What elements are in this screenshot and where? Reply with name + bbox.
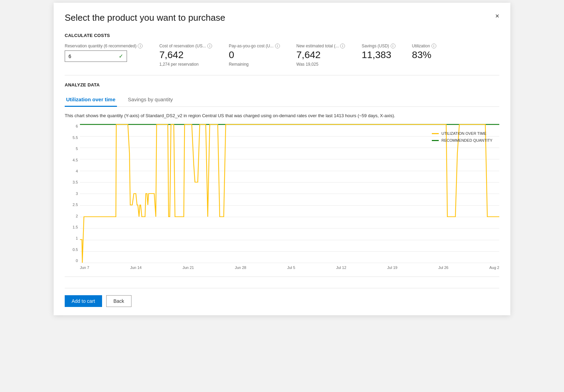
new-estimated-value: 7,642	[297, 50, 345, 60]
analyze-section-title: Analyze data	[65, 82, 499, 87]
y-label-45: 4.5	[73, 158, 78, 162]
x-label-jul19: Jul 19	[387, 265, 397, 270]
y-label-3: 3	[76, 192, 78, 196]
utilization-info-icon[interactable]: i	[431, 44, 436, 48]
add-to-cart-button[interactable]: Add to cart	[65, 295, 102, 307]
legend-utilization-line	[432, 133, 439, 134]
y-label-4: 4	[76, 169, 78, 173]
new-estimated-label: New estimated total (... i	[297, 44, 345, 48]
x-label-jul26: Jul 26	[438, 265, 448, 270]
y-label-5: 5	[76, 147, 78, 151]
utilization-label: Utilization i	[412, 44, 436, 48]
y-label-15: 1.5	[73, 225, 78, 229]
cost-reservation-value: 7,642	[159, 50, 212, 60]
utilization-line	[80, 124, 499, 263]
dialog-title: Select the product you want to purchase	[65, 12, 499, 23]
chart-description: This chart shows the quantity (Y-axis) o…	[65, 112, 499, 119]
utilization-field: Utilization i 83%	[412, 44, 436, 60]
paygo-info-icon[interactable]: i	[275, 44, 280, 48]
close-button[interactable]: ×	[492, 11, 502, 21]
divider-1	[65, 75, 499, 75]
x-label-jun28: Jun 28	[235, 265, 246, 270]
x-axis: Jun 7 Jun 14 Jun 21 Jun 28 Jul 5 Jul 12 …	[80, 265, 499, 270]
tab-savings[interactable]: Savings by quantity	[127, 93, 174, 107]
savings-info-icon[interactable]: i	[391, 44, 395, 48]
footer-buttons: Add to cart Back	[65, 288, 499, 307]
cost-reservation-info-icon[interactable]: i	[207, 44, 212, 48]
chart-inner: UTILIZATION OVER TIME RECOMMENDED QUANTI…	[80, 124, 499, 263]
x-label-jul5: Jul 5	[287, 265, 295, 270]
legend-recommended-label: RECOMMENDED QUANTITY	[442, 138, 492, 142]
divider-2	[65, 277, 499, 277]
y-label-25: 2.5	[73, 203, 78, 207]
calculate-section-title: Calculate costs	[65, 33, 499, 38]
cost-reservation-label: Cost of reservation (US... i	[159, 44, 212, 48]
chart-svg	[80, 124, 499, 263]
cost-reservation-field: Cost of reservation (US... i 7,642 1,274…	[159, 44, 212, 67]
paygo-label: Pay-as-you-go cost (U... i	[229, 44, 280, 48]
check-icon: ✓	[119, 53, 123, 59]
y-label-35: 3.5	[73, 180, 78, 184]
savings-field: Savings (USD) i 11,383	[362, 44, 395, 60]
analyze-section: Analyze data Utilization over time Savin…	[65, 82, 499, 270]
quantity-field: Reservation quantity (6 recommended) i ✓	[65, 44, 143, 62]
dialog: Select the product you want to purchase …	[54, 3, 510, 315]
quantity-info-icon[interactable]: i	[138, 44, 143, 48]
quantity-input-wrap: ✓	[65, 50, 127, 62]
tabs: Utilization over time Savings by quantit…	[65, 93, 499, 107]
x-label-jul12: Jul 12	[336, 265, 346, 270]
chart-container: 6 5.5 5 4.5 4 3.5 3 2.5 2 1.5 1 0.5 0	[65, 124, 499, 270]
y-label-2: 2	[76, 214, 78, 218]
y-label-05: 0.5	[73, 248, 78, 252]
new-estimated-info-icon[interactable]: i	[340, 44, 345, 48]
paygo-field: Pay-as-you-go cost (U... i 0 Remaining	[229, 44, 280, 67]
new-estimated-sub: Was 19,025	[297, 62, 345, 67]
legend-utilization-item: UTILIZATION OVER TIME	[432, 131, 492, 136]
y-label-0: 0	[76, 259, 78, 263]
new-estimated-field: New estimated total (... i 7,642 Was 19,…	[297, 44, 345, 67]
legend: UTILIZATION OVER TIME RECOMMENDED QUANTI…	[432, 131, 492, 142]
y-label-1: 1	[76, 236, 78, 240]
cost-row: Reservation quantity (6 recommended) i ✓…	[65, 44, 499, 67]
legend-recommended-item: RECOMMENDED QUANTITY	[432, 138, 492, 142]
y-label-55: 5.5	[73, 136, 78, 140]
paygo-value: 0	[229, 50, 280, 60]
cost-reservation-sub: 1,274 per reservation	[159, 62, 212, 67]
x-label-jun7: Jun 7	[80, 265, 89, 270]
legend-recommended-line	[432, 140, 439, 141]
x-label-jun21: Jun 21	[182, 265, 194, 270]
savings-value: 11,383	[362, 50, 395, 60]
utilization-value: 83%	[412, 50, 436, 60]
y-axis: 6 5.5 5 4.5 4 3.5 3 2.5 2 1.5 1 0.5 0	[65, 124, 80, 263]
y-label-6: 6	[76, 124, 78, 128]
x-label-jun14: Jun 14	[130, 265, 142, 270]
savings-label: Savings (USD) i	[362, 44, 395, 48]
legend-utilization-label: UTILIZATION OVER TIME	[442, 131, 486, 136]
x-label-aug2: Aug 2	[489, 265, 499, 270]
quantity-input[interactable]	[69, 54, 110, 59]
calculate-section: Calculate costs Reservation quantity (6 …	[65, 33, 499, 67]
grid-0	[80, 263, 499, 263]
paygo-sub: Remaining	[229, 62, 280, 67]
tab-utilization[interactable]: Utilization over time	[65, 93, 117, 107]
back-button[interactable]: Back	[106, 295, 131, 307]
quantity-label: Reservation quantity (6 recommended) i	[65, 44, 143, 48]
